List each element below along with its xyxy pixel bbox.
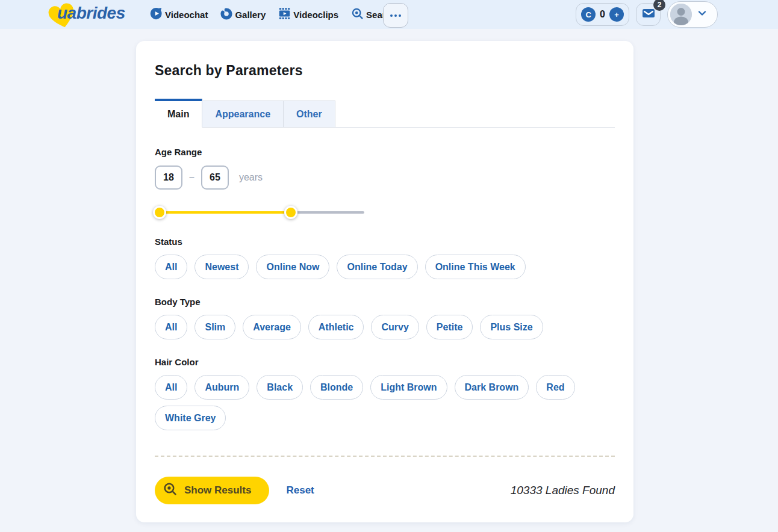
account-menu[interactable] xyxy=(667,1,718,28)
status-option-online-now[interactable]: Online Now xyxy=(256,255,329,279)
hair-color-option-auburn[interactable]: Auburn xyxy=(194,375,249,400)
hair-color-label: Hair Color xyxy=(155,357,615,367)
age-range-section: Age Range – years xyxy=(155,147,615,219)
search-icon xyxy=(351,7,364,22)
slider-active-range xyxy=(160,211,291,214)
main-nav: Videochat Gallery Vid xyxy=(150,0,396,29)
status-option-newest[interactable]: Newest xyxy=(194,255,249,279)
credit-coin-icon: C xyxy=(581,7,596,22)
logo-text: uabrides xyxy=(57,4,125,23)
age-range-separator: – xyxy=(189,172,194,183)
results-count: 10333 Ladies Found xyxy=(511,484,615,497)
slider-handle-min[interactable] xyxy=(153,206,166,219)
ellipsis-icon xyxy=(390,14,393,17)
age-min-input[interactable] xyxy=(155,165,182,190)
age-range-label: Age Range xyxy=(155,147,615,157)
hair-color-option-dark-brown[interactable]: Dark Brown xyxy=(455,375,529,400)
hair-color-option-blonde[interactable]: Blonde xyxy=(310,375,363,400)
dashed-divider xyxy=(155,456,615,457)
top-navigation-bar: uabrides Videochat Gallery xyxy=(0,0,778,29)
hair-color-option-all[interactable]: All xyxy=(155,375,187,400)
mail-icon xyxy=(641,6,656,23)
tab-appearance[interactable]: Appearance xyxy=(202,101,284,127)
age-max-input[interactable] xyxy=(201,165,229,190)
gallery-icon xyxy=(220,8,232,22)
search-magnifier-icon xyxy=(163,481,178,500)
page-title: Search by Parameters xyxy=(155,63,615,79)
tab-bar: Main Appearance Other xyxy=(155,99,615,128)
chevron-down-icon xyxy=(697,8,707,20)
status-label: Status xyxy=(155,237,615,247)
messages-button[interactable]: 2 xyxy=(636,3,661,26)
show-results-button[interactable]: Show Results xyxy=(155,477,269,504)
nav-item-videoclips[interactable]: Videoclips xyxy=(278,7,338,22)
age-unit-label: years xyxy=(239,172,263,183)
hair-color-option-red[interactable]: Red xyxy=(536,375,574,400)
header-right-cluster: C 0 + 2 xyxy=(576,0,718,29)
show-results-label: Show Results xyxy=(184,484,251,496)
body-type-option-plus-size[interactable]: Plus Size xyxy=(480,315,543,339)
tab-main[interactable]: Main xyxy=(155,99,202,128)
body-type-label: Body Type xyxy=(155,297,615,307)
tab-other[interactable]: Other xyxy=(283,101,335,127)
slider-handle-max[interactable] xyxy=(284,206,297,219)
body-type-option-all[interactable]: All xyxy=(155,315,187,339)
body-type-options: All Slim Average Athletic Curvy Petite P… xyxy=(155,315,615,339)
nav-item-label: Videochat xyxy=(165,10,208,20)
hair-color-option-white-grey[interactable]: White Grey xyxy=(155,406,226,430)
search-panel: Search by Parameters Main Appearance Oth… xyxy=(136,41,633,522)
status-options: All Newest Online Now Online Today Onlin… xyxy=(155,255,615,279)
hair-color-options: All Auburn Black Blonde Light Brown Dark… xyxy=(155,375,618,430)
status-option-online-this-week[interactable]: Online This Week xyxy=(425,255,526,279)
status-option-online-today[interactable]: Online Today xyxy=(337,255,417,279)
hair-color-option-light-brown[interactable]: Light Brown xyxy=(370,375,447,400)
body-type-filter-section: Body Type All Slim Average Athletic Curv… xyxy=(155,297,615,339)
credits-balance: 0 xyxy=(600,9,605,20)
body-type-option-athletic[interactable]: Athletic xyxy=(308,315,364,339)
unread-messages-badge: 2 xyxy=(653,0,665,11)
age-range-slider[interactable] xyxy=(155,206,364,219)
status-option-all[interactable]: All xyxy=(155,255,187,279)
reset-link[interactable]: Reset xyxy=(286,484,314,496)
body-type-option-average[interactable]: Average xyxy=(243,315,301,339)
plus-icon[interactable]: + xyxy=(609,7,624,22)
avatar xyxy=(670,4,692,25)
uabrides-logo[interactable]: uabrides xyxy=(49,1,134,29)
nav-item-label: Gallery xyxy=(235,10,266,20)
body-type-option-slim[interactable]: Slim xyxy=(194,315,235,339)
videochat-icon xyxy=(150,7,163,22)
hair-color-filter-section: Hair Color All Auburn Black Blonde Light… xyxy=(155,357,615,430)
search-footer: Show Results Reset 10333 Ladies Found xyxy=(155,477,615,504)
nav-item-gallery[interactable]: Gallery xyxy=(220,8,266,22)
nav-item-videochat[interactable]: Videochat xyxy=(150,7,208,22)
videoclips-icon xyxy=(278,7,291,22)
body-type-option-petite[interactable]: Petite xyxy=(426,315,473,339)
nav-item-label: Videoclips xyxy=(293,10,338,20)
credits-widget[interactable]: C 0 + xyxy=(576,3,629,26)
more-menu-button[interactable] xyxy=(383,3,408,28)
hair-color-option-black[interactable]: Black xyxy=(257,375,303,400)
body-type-option-curvy[interactable]: Curvy xyxy=(371,315,419,339)
status-filter-section: Status All Newest Online Now Online Toda… xyxy=(155,237,615,279)
